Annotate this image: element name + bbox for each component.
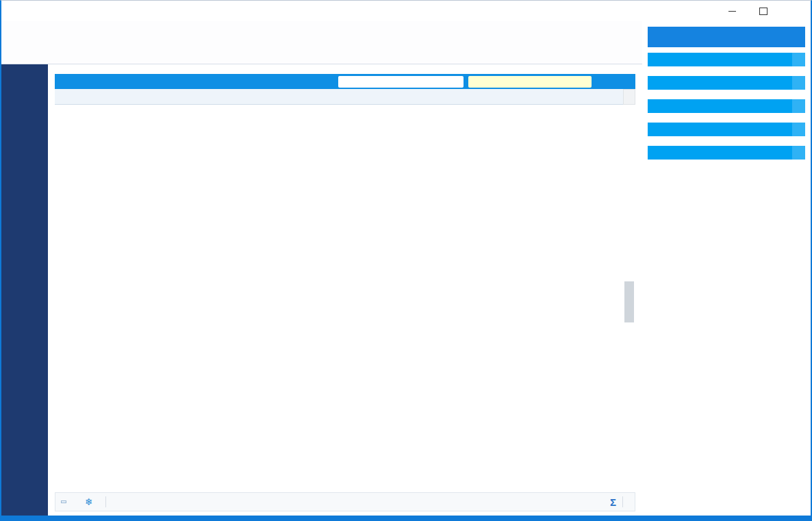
sidebar xyxy=(1,64,48,516)
collapse-section-icon[interactable] xyxy=(792,146,805,160)
section-header xyxy=(648,76,805,90)
divider xyxy=(622,496,623,507)
period-filter[interactable] xyxy=(338,76,464,88)
section-header xyxy=(648,146,805,160)
section-header xyxy=(648,53,805,66)
window-controls xyxy=(716,1,811,21)
collapse-section-icon[interactable] xyxy=(792,123,805,136)
vertical-scrollbar[interactable] xyxy=(623,89,635,105)
scrollbar-thumb[interactable] xyxy=(624,281,634,322)
minimize-button[interactable] xyxy=(716,1,748,21)
column-header-row xyxy=(55,89,623,105)
section-header xyxy=(648,99,805,113)
collapse-section-icon[interactable] xyxy=(792,99,805,113)
detail-title-bar xyxy=(648,27,805,47)
close-button[interactable] xyxy=(779,1,811,21)
sum-icon[interactable]: Σ xyxy=(610,496,616,508)
browse-header xyxy=(55,74,635,89)
search-input[interactable] xyxy=(468,76,592,88)
toolbar xyxy=(1,21,642,64)
status-bar: ❄ Σ xyxy=(55,492,635,511)
section-zakladni-udaje xyxy=(648,53,805,71)
section-header xyxy=(648,123,805,136)
divider xyxy=(105,496,106,507)
collapse-section-icon[interactable] xyxy=(792,76,805,90)
detail-panel xyxy=(642,21,811,516)
section-nastaveni xyxy=(648,146,805,166)
view-toggle-table[interactable] xyxy=(61,500,66,503)
snowflake-icon[interactable]: ❄ xyxy=(85,496,93,507)
app-window: ❄ Σ xyxy=(0,0,812,521)
collapse-section-icon[interactable] xyxy=(792,53,805,66)
browse-area: ❄ Σ xyxy=(48,64,642,516)
maximize-button[interactable] xyxy=(748,1,779,21)
section-ostatni-udaje xyxy=(648,123,805,140)
title-bar xyxy=(1,1,811,21)
section-zalohy-dodavatel xyxy=(648,99,805,117)
section-zalohy-objednavka xyxy=(648,76,805,94)
